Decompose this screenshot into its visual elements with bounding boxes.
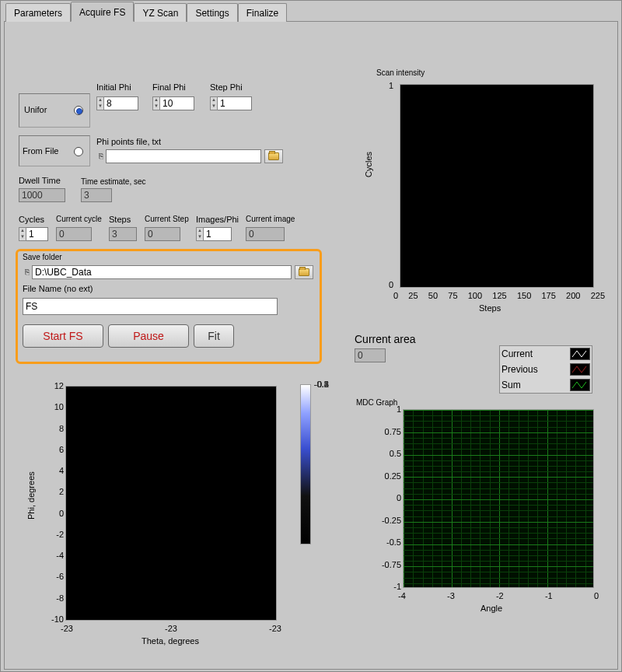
step-phi-spin[interactable]: ▲▼ [210, 96, 218, 110]
mdc-yticks: 1 0.75 0.5 0.25 0 -0.25 -0.5 -0.75 -1 [375, 404, 401, 591]
scan-intensity-xlabel: Steps [479, 303, 501, 313]
phi-theta-plot[interactable] [65, 386, 277, 621]
legend-sum-label: Sum [501, 380, 521, 390]
current-area-label: Current area [355, 333, 416, 345]
scan-intensity-ytick-0: 0 [389, 280, 393, 289]
fit-button[interactable]: Fit [194, 324, 234, 348]
time-estimate-value: 3 [81, 188, 112, 202]
time-estimate-label: Time estimate, sec [81, 177, 146, 186]
mdc-legend: Current Previous Sum [499, 345, 592, 394]
mdc-plot[interactable] [403, 409, 594, 588]
pause-button[interactable]: Pause [108, 324, 189, 348]
current-cycle-value: 0 [56, 227, 92, 241]
start-fs-button[interactable]: Start FS [23, 324, 103, 348]
steps-value: 3 [109, 227, 137, 241]
step-phi-input[interactable] [218, 96, 252, 110]
tab-acquire-fs[interactable]: Acquire FS [71, 2, 134, 22]
cycles-label: Cycles [19, 215, 44, 224]
current-cycle-label: Current cycle [56, 215, 102, 223]
initial-phi-input[interactable] [104, 96, 138, 110]
scan-intensity-plot[interactable] [400, 84, 594, 288]
legend-previous-swatch [570, 363, 590, 376]
current-image-value: 0 [246, 227, 285, 241]
mdc-xlabel: Angle [480, 604, 502, 613]
legend-current-swatch [570, 348, 590, 360]
save-section: Save folder ⎘ File Name (no ext) Start F… [16, 249, 322, 364]
tab-parameters[interactable]: Parameters [5, 3, 71, 22]
save-folder-input[interactable] [32, 265, 292, 279]
scan-intensity-xticks: 0 25 50 75 100 125 150 175 200 225 [393, 291, 605, 300]
uniform-radio[interactable] [74, 106, 83, 115]
tab-yz-scan[interactable]: YZ Scan [134, 3, 187, 22]
final-phi-input[interactable] [160, 96, 194, 110]
final-phi-spin[interactable]: ▲▼ [152, 96, 160, 110]
phi-theta-xticks: -23 -23 -23 [61, 624, 281, 633]
cycles-input[interactable] [26, 227, 48, 241]
dwell-time-label: Dwell Time [19, 176, 61, 185]
steps-label: Steps [109, 215, 131, 224]
tab-finalize[interactable]: Finalize [238, 3, 287, 22]
cycles-spin[interactable]: ▲▼ [19, 227, 26, 241]
folder-icon [299, 268, 309, 276]
phi-file-input[interactable] [106, 149, 261, 163]
from-file-radio-label: From File [23, 146, 58, 156]
save-folder-label: Save folder [23, 253, 62, 261]
final-phi-label: Final Phi [152, 82, 186, 92]
images-phi-label: Images/Phi [196, 215, 239, 224]
tab-settings[interactable]: Settings [187, 3, 237, 22]
initial-phi-label: Initial Phi [96, 82, 131, 92]
save-folder-browse-button[interactable] [295, 265, 313, 279]
current-step-value: 0 [145, 227, 180, 241]
legend-sum-swatch [570, 379, 590, 391]
images-phi-input[interactable] [204, 227, 232, 241]
path-icon: ⎘ [96, 152, 106, 160]
scan-intensity-title: Scan intensity [376, 68, 425, 77]
scan-intensity-ytick-1: 1 [389, 81, 393, 90]
tab-strip: Parameters Acquire FS YZ Scan Settings F… [1, 1, 621, 21]
file-name-input[interactable] [23, 298, 278, 315]
initial-phi-spin[interactable]: ▲▼ [96, 96, 104, 110]
current-area-value: 0 [355, 348, 386, 362]
phi-file-label: Phi points file, txt [96, 137, 161, 146]
uniform-radio-label: Unifor [24, 105, 47, 114]
colormap-bar[interactable] [300, 384, 311, 544]
phi-theta-ylabel: Phi, degrees [26, 471, 36, 520]
from-file-radio[interactable] [74, 147, 83, 156]
phi-file-browse-button[interactable] [264, 149, 283, 163]
current-image-label: Current image [246, 215, 295, 223]
tab-body: Unifor Initial Phi ▲▼ Final Phi ▲▼ Step … [4, 21, 618, 670]
images-phi-spin[interactable]: ▲▼ [196, 227, 204, 241]
folder-icon [268, 152, 279, 160]
dwell-time-value: 1000 [19, 188, 65, 202]
path-icon: ⎘ [23, 268, 32, 276]
phi-theta-yticks: 12 10 8 6 4 2 0 -2 -4 -6 -8 -10 [44, 381, 64, 624]
current-step-label: Current Step [145, 215, 189, 223]
legend-current-label: Current [501, 348, 533, 359]
step-phi-label: Step Phi [210, 82, 243, 92]
mdc-xticks: -4 -3 -2 -1 0 [398, 591, 599, 600]
legend-previous-label: Previous [501, 364, 538, 375]
phi-theta-xlabel: Theta, degrees [142, 636, 199, 646]
file-name-label: File Name (no ext) [23, 284, 93, 293]
scan-intensity-ylabel: Cycles [364, 152, 373, 177]
